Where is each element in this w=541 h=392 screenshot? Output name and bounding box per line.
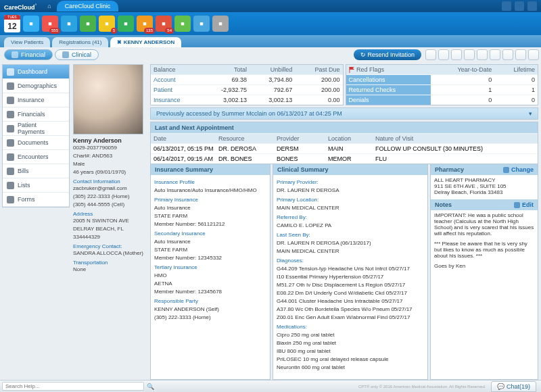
docs-icon (7, 139, 14, 147)
swap-icon (503, 167, 509, 173)
chevron-down-icon: ▾ (529, 110, 532, 117)
sidenav-form[interactable]: Forms (3, 193, 69, 207)
sidenav-demo[interactable]: Demographics (3, 79, 69, 93)
toolbar-vitals-button[interactable]: ■ (61, 16, 77, 32)
toolbar-doc-button[interactable]: ■135 (137, 16, 153, 32)
calendar-day: TUES (4, 15, 20, 20)
settings-icon: ■ (218, 20, 222, 27)
vitals-icon: ■ (67, 20, 70, 27)
patient-photo (73, 64, 143, 134)
copyright-text: CPT® only © 2016 American Medical Associ… (358, 385, 486, 389)
people-icon: ■ (105, 20, 108, 27)
home-icon[interactable]: ⌂ (47, 3, 51, 9)
red-flags-panel: Red FlagsYear-to-DateLifetimeCancellatio… (346, 64, 539, 105)
sidenav-label: Lists (18, 182, 30, 189)
sidenav-docs[interactable]: Documents (3, 136, 69, 150)
card-action-button[interactable] (477, 49, 488, 60)
edit-action-button[interactable] (490, 49, 500, 60)
cycle-icon: ■ (181, 20, 184, 27)
toolbar-money-button[interactable]: ■ (80, 16, 96, 32)
address-heading: Address (73, 211, 146, 217)
form-icon (7, 196, 14, 203)
patient-sex: Male (73, 160, 146, 168)
folder-action-button[interactable] (451, 49, 462, 60)
toolbar-check-button[interactable]: ■ (118, 16, 134, 32)
ins-secondary-num: Member Number: 12345332 (154, 254, 266, 262)
toolbar-stats-button[interactable]: ■ (193, 16, 210, 32)
bell-icon[interactable] (502, 1, 511, 11)
doc-icon: ■ (143, 20, 146, 27)
clinical-mode-button[interactable]: Clinical (55, 49, 99, 60)
toolbar-bag-button[interactable]: ■54 (156, 16, 172, 32)
user-icon[interactable] (515, 1, 524, 11)
toolbar-settings-button[interactable]: ■ (212, 16, 229, 32)
last-accessed-bar[interactable]: Previously accessed by Summer Mcclain on… (150, 107, 538, 120)
search-icon[interactable]: 🔍 (147, 383, 155, 390)
patient-profile: Kenny Anderson 0029-2037790059 Chart#: A… (73, 64, 146, 274)
sidenav-ins[interactable]: Insurance (3, 93, 69, 107)
patient-age: 46 years (09/01/1970) (73, 168, 146, 176)
sidenav-label: Dashboard (18, 68, 47, 75)
pencil-icon (514, 202, 520, 208)
sidenav-fin[interactable]: Financials (3, 107, 69, 122)
subtab-0[interactable]: View Patients (4, 37, 50, 47)
help-search-input[interactable] (2, 382, 144, 391)
toolbar-doc-badge: 135 (144, 28, 155, 34)
notes-edit-link[interactable]: Edit (514, 201, 534, 208)
financial-mode-button[interactable]: Financial (4, 49, 53, 60)
sidenav-enc[interactable]: Encounters (3, 150, 69, 164)
ins-primary-co: STATE FARM (154, 212, 266, 220)
ins-profile: Auto Insurance/Auto Insurance/HMO/HMO (154, 187, 266, 195)
title-bar: CareCloud◦ ⌂ CareCloud Clinic (0, 0, 541, 12)
trash-action-button[interactable] (528, 49, 539, 60)
sidenav-pay[interactable]: Patient Payments (3, 122, 69, 136)
check-icon: ■ (124, 20, 127, 27)
patient-addr2: DELRAY BEACH, FL 334444329 (73, 225, 146, 241)
mail-action-button[interactable] (464, 49, 475, 60)
person-action-button[interactable] (502, 49, 513, 60)
toolbar-bag-badge: 54 (165, 28, 174, 34)
toolbar-alerts-button[interactable]: ■555 (42, 16, 58, 32)
print-action-button[interactable] (438, 49, 449, 60)
note-p1: IMPORTANT: He was a public school teache… (434, 212, 534, 237)
sidenav-label: Forms (18, 196, 35, 203)
notes-heading: Notes Edit (431, 199, 538, 210)
sidenav-bill[interactable]: Bills (3, 164, 69, 178)
appointments-heading: Last and Next Appointment (151, 122, 538, 133)
resp-party-phone: (305) 222-3333 (Home) (154, 314, 266, 322)
patient-email: zacbruker@gmail.com (73, 185, 146, 193)
toolbar-cycle-button[interactable]: ■ (174, 16, 191, 32)
toolbar-people-button[interactable]: ■5 (99, 16, 115, 32)
insurance-summary-panel: Insurance Summary Insurance Profile Auto… (150, 164, 270, 380)
last-accessed-text: Previously accessed by Summer Mcclain on… (156, 110, 342, 117)
patient-name: Kenny Anderson (73, 137, 146, 144)
patient-phone-home: (305) 222-3333 (Home) (73, 193, 146, 201)
sidenav-label: Documents (18, 139, 49, 146)
toolbar-patients-button[interactable]: ■ (23, 16, 39, 32)
view-mode-row: Financial Clinical ↻ Resend Invitation (0, 47, 541, 62)
subtab-1[interactable]: Registrations (41) (52, 37, 108, 47)
calendar-widget[interactable]: TUES 12 (4, 15, 20, 32)
sidenav-dash[interactable]: Dashboard (3, 65, 69, 79)
chat-button[interactable]: 💬 Chat(19) (491, 381, 536, 392)
sidenav-list[interactable]: Lists (3, 178, 69, 193)
pharmacy-change-link[interactable]: Change (503, 166, 534, 173)
list-icon (7, 182, 14, 189)
subtab-2[interactable]: ✖ KENNY ANDERSON (110, 37, 181, 47)
resend-invitation-button[interactable]: ↻ Resend Invitation (354, 49, 421, 60)
transport-heading: Transportation (73, 260, 146, 266)
ins-primary-num: Member Number: 561121212 (154, 220, 266, 228)
pin-action-button[interactable] (425, 49, 436, 60)
sidenav-label: Bills (18, 168, 29, 174)
sidenav-label: Demographics (18, 82, 57, 89)
lock-icon[interactable] (527, 1, 537, 11)
dash-icon (7, 68, 14, 76)
fin-icon (7, 111, 14, 118)
clinic-tab[interactable]: CareCloud Clinic (57, 1, 119, 11)
stats-icon: ■ (199, 20, 203, 27)
bag-icon: ■ (162, 20, 165, 27)
toolbar-people-badge: 5 (111, 28, 117, 34)
patient-tabs: View PatientsRegistrations (41)✖ KENNY A… (0, 35, 541, 47)
chart-icon (11, 51, 18, 58)
note-action-button[interactable] (515, 49, 526, 60)
